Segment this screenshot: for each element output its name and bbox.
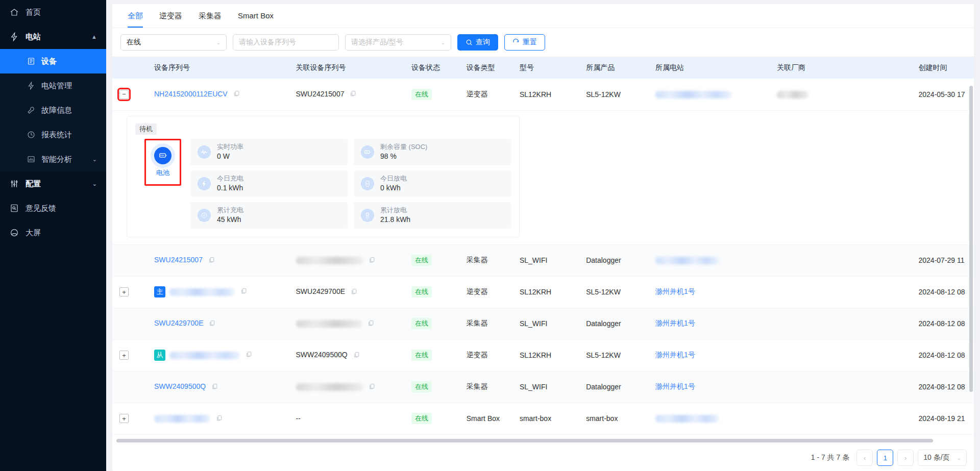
row-device-type: Smart Box: [459, 403, 512, 434]
row-station-cell: 滁州并机1号: [648, 276, 770, 308]
row-station-link[interactable]: 滁州并机1号: [655, 287, 695, 295]
redacted-related-sn: [296, 320, 362, 328]
row-device-type: 采集器: [459, 371, 512, 403]
row-expand-toggle[interactable]: +: [119, 287, 129, 296]
row-model: SL_WIFI: [512, 244, 579, 276]
row-station-link[interactable]: 滁州并机1号: [655, 319, 695, 327]
battery-device-card[interactable]: 电池: [144, 139, 181, 186]
sidebar-item-label: 配置: [26, 179, 41, 189]
sidebar-item-label: 意见反馈: [26, 204, 56, 213]
copy-icon[interactable]: [351, 288, 357, 296]
chevron-up-icon[interactable]: ▲: [91, 34, 97, 40]
row-sn-link[interactable]: SWU24215007: [154, 256, 203, 264]
tab-smart-box[interactable]: Smart Box: [230, 4, 282, 28]
reset-button[interactable]: 重置: [504, 34, 545, 51]
home-icon: [9, 7, 19, 17]
pagination-page-1[interactable]: 1: [877, 450, 893, 466]
table-header-created: 创建时间: [912, 57, 974, 79]
horizontal-scrollbar[interactable]: [116, 439, 933, 442]
sidebar-item-station-manage[interactable]: 电站管理: [0, 73, 106, 98]
row-expand-toggle[interactable]: +: [119, 351, 129, 360]
pulse-icon: [198, 145, 211, 159]
status-badge: 在线: [411, 381, 432, 392]
page-size-value: 10 条/页: [923, 453, 949, 462]
redacted-station: [655, 415, 719, 423]
pagination-next[interactable]: ›: [897, 450, 914, 466]
row-created: 2024-08-12 08: [912, 339, 974, 371]
metric-grid: 实时功率 0 W: [190, 139, 511, 229]
copy-icon[interactable]: [208, 257, 215, 265]
row-sn-cell: SWU2429700E: [147, 308, 289, 339]
sidebar-item-config[interactable]: 配置 ⌄: [0, 171, 106, 196]
tab-collector[interactable]: 采集器: [190, 4, 230, 28]
table-row[interactable]: SWU24215007: [112, 244, 974, 276]
sidebar-item-smart-analysis[interactable]: 智能分析 ⌄: [0, 147, 106, 171]
device-table-container[interactable]: 设备序列号 关联设备序列号 设备状态 设备类型 型号 所属产品 所属电站 关联厂…: [112, 57, 974, 444]
row-expand-toggle[interactable]: +: [119, 414, 129, 423]
tab-all[interactable]: 全部: [119, 4, 151, 28]
row-device-type: 采集器: [459, 244, 512, 276]
chevron-down-icon[interactable]: ⌄: [92, 181, 97, 187]
sidebar-item-devices[interactable]: 设备: [0, 49, 106, 73]
copy-icon[interactable]: [246, 351, 252, 359]
table-row[interactable]: SWW2409500Q: [112, 371, 974, 403]
copy-icon[interactable]: [233, 90, 240, 98]
pagination-prev[interactable]: ‹: [856, 450, 873, 466]
table-row[interactable]: + --: [112, 403, 974, 434]
row-model: SL_WIFI: [512, 308, 579, 339]
row-sn-link[interactable]: SWW2409500Q: [154, 382, 206, 390]
copy-icon[interactable]: [216, 415, 223, 423]
product-model-select[interactable]: 请选择产品/型号 ⌄: [345, 34, 451, 51]
serial-number-input[interactable]: 请输入设备序列号: [233, 34, 339, 51]
sidebar-item-home[interactable]: 首页: [0, 0, 106, 24]
copy-icon[interactable]: [211, 383, 218, 391]
redacted-station: [655, 257, 719, 264]
sidebar-item-feedback[interactable]: 意见反馈: [0, 196, 106, 220]
copy-icon[interactable]: [240, 288, 247, 296]
table-row[interactable]: SWU2429700E: [112, 308, 974, 339]
row-related-sn-cell: [289, 244, 405, 276]
row-station-cell: 滁州并机1号: [648, 371, 770, 403]
row-vendor-cell: [770, 276, 912, 308]
copy-icon[interactable]: [369, 383, 375, 391]
table-row[interactable]: + 从: [112, 339, 974, 371]
vertical-scrollbar[interactable]: [969, 86, 973, 392]
chevron-down-icon[interactable]: ⌄: [92, 156, 97, 163]
redacted-related-sn: [296, 383, 363, 391]
row-product: Datalogger: [579, 308, 648, 339]
row-sn-link[interactable]: SWU2429700E: [154, 319, 204, 327]
bolt-circle-icon: [198, 177, 211, 190]
page-size-select[interactable]: 10 条/页 ⌄: [918, 450, 967, 466]
copy-icon[interactable]: [350, 90, 356, 98]
row-collapse-toggle[interactable]: −: [119, 90, 129, 99]
row-sn-link[interactable]: NH24152000112EUCV: [154, 90, 228, 98]
copy-icon[interactable]: [369, 257, 375, 265]
sidebar-item-report-stats[interactable]: 报表统计: [0, 122, 106, 147]
copy-icon[interactable]: [353, 352, 360, 360]
total-discharge-icon: [361, 209, 374, 222]
table-row[interactable]: − NH24152000112EUCV: [112, 79, 974, 110]
row-station-link[interactable]: 滁州并机1号: [655, 351, 695, 359]
metric-label: 累计放电: [380, 206, 410, 214]
search-button[interactable]: 查询: [457, 34, 498, 51]
copy-icon[interactable]: [209, 320, 215, 328]
row-status-cell: 在线: [404, 308, 459, 339]
table-header-station: 所属电站: [648, 57, 770, 79]
sidebar-item-bigscreen[interactable]: 大屏: [0, 220, 106, 245]
sidebar-group-station[interactable]: 电站 ▲: [0, 24, 106, 49]
copy-icon[interactable]: [368, 320, 374, 328]
row-product: SL5-12KW: [579, 276, 648, 308]
tab-inverter[interactable]: 逆变器: [151, 4, 190, 28]
status-select[interactable]: 在线 ⌄: [120, 34, 227, 51]
search-button-label: 查询: [476, 38, 490, 47]
sidebar-bottom-list: 配置 ⌄ 意见反馈 大屏: [0, 171, 106, 245]
metric-realtime-power: 实时功率 0 W: [190, 139, 348, 165]
table-row[interactable]: + 主: [112, 276, 974, 308]
metric-label: 今日充电: [217, 175, 243, 183]
row-related-sn: --: [296, 414, 301, 423]
row-station-link[interactable]: 滁州并机1号: [655, 382, 695, 390]
sidebar-item-fault-info[interactable]: 故障信息: [0, 98, 106, 122]
row-created: 2024-07-29 11: [912, 244, 974, 276]
feedback-icon: [9, 203, 19, 213]
row-sn-cell: 从: [147, 339, 289, 371]
